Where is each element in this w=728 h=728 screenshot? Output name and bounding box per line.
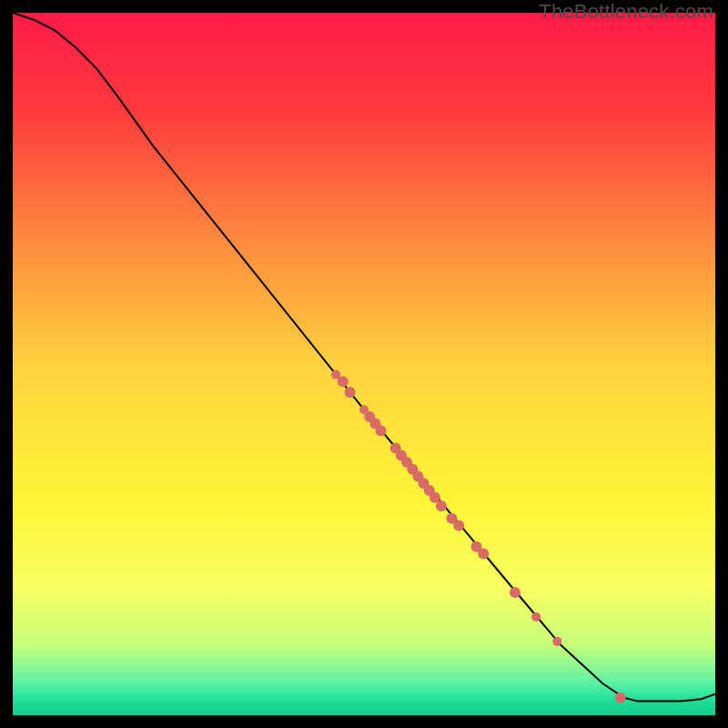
data-point — [345, 387, 356, 398]
chart-plot — [13, 13, 715, 715]
watermark-text: TheBottleneck.com — [539, 0, 713, 24]
data-point — [376, 425, 387, 436]
data-point — [615, 693, 626, 703]
data-point — [531, 612, 541, 622]
data-point — [552, 637, 561, 646]
data-point — [338, 376, 349, 387]
data-point — [453, 521, 464, 531]
chart-background — [13, 13, 715, 715]
data-point — [510, 587, 521, 598]
chart-frame: TheBottleneck.com — [0, 0, 728, 728]
data-point — [436, 500, 447, 511]
data-point — [478, 548, 489, 559]
